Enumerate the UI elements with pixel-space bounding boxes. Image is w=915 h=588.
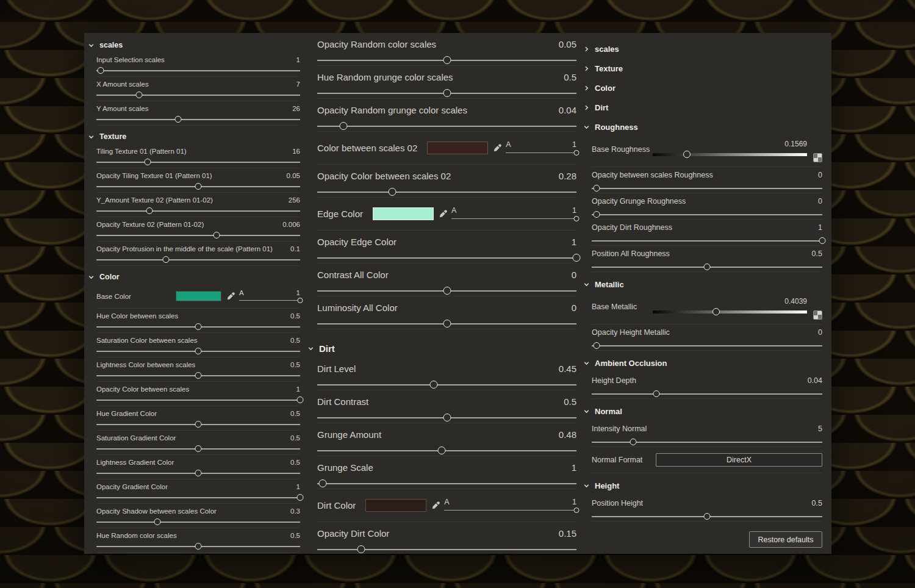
slider-handle[interactable] (683, 151, 691, 158)
section-metallic[interactable]: Metallic (583, 274, 822, 294)
slider[interactable] (96, 347, 300, 356)
section-color[interactable]: Color (583, 78, 822, 98)
slider[interactable] (592, 210, 822, 219)
slider[interactable] (96, 542, 300, 551)
alpha-slider[interactable] (506, 149, 576, 156)
slider-handle[interactable] (97, 67, 104, 74)
slider[interactable] (96, 158, 300, 167)
slider-handle[interactable] (593, 185, 600, 192)
slider[interactable] (96, 493, 300, 502)
slider[interactable] (96, 66, 300, 75)
slider-handle[interactable] (574, 150, 580, 156)
slider-handle[interactable] (573, 254, 581, 262)
gradient-slider[interactable] (653, 307, 807, 316)
slider[interactable] (317, 122, 576, 131)
slider-handle[interactable] (389, 188, 396, 196)
section-texture[interactable]: Texture (88, 129, 300, 144)
slider-handle[interactable] (195, 421, 202, 428)
eyedropper-icon[interactable] (432, 501, 440, 509)
slider[interactable] (317, 56, 576, 65)
slider-handle[interactable] (593, 342, 600, 349)
slider-handle[interactable] (438, 446, 446, 454)
slider-handle[interactable] (443, 89, 451, 97)
slider[interactable] (317, 188, 576, 196)
slider-handle[interactable] (297, 494, 304, 501)
restore-defaults-button[interactable]: Restore defaults (749, 531, 822, 548)
slider-handle[interactable] (195, 372, 202, 379)
section-texture[interactable]: Texture (583, 59, 822, 78)
slider-handle[interactable] (136, 91, 143, 98)
slider[interactable] (96, 371, 300, 380)
slider[interactable] (96, 256, 300, 264)
slider[interactable] (96, 396, 300, 404)
slider-handle[interactable] (430, 381, 438, 389)
eyedropper-icon[interactable] (439, 210, 447, 218)
slider-handle[interactable] (819, 237, 826, 244)
slider-handle[interactable] (630, 439, 637, 445)
slider-handle[interactable] (195, 445, 202, 452)
slider[interactable] (592, 438, 822, 446)
slider-handle[interactable] (704, 513, 711, 520)
slider[interactable] (592, 263, 822, 271)
slider[interactable] (317, 479, 576, 488)
slider-handle[interactable] (214, 232, 220, 238)
slider[interactable] (317, 254, 576, 262)
slider[interactable] (317, 287, 576, 295)
slider[interactable] (96, 445, 300, 453)
slider[interactable] (592, 237, 822, 245)
slider[interactable] (96, 469, 300, 478)
slider[interactable] (592, 512, 822, 521)
slider[interactable] (317, 545, 576, 554)
slider-handle[interactable] (653, 390, 659, 397)
slider-handle[interactable] (318, 479, 326, 487)
color-swatch[interactable] (427, 142, 488, 154)
slider-handle[interactable] (443, 287, 451, 295)
section-roughness[interactable]: Roughness (583, 117, 822, 137)
slider-handle[interactable] (174, 116, 181, 123)
slider[interactable] (96, 91, 300, 99)
slider[interactable] (96, 115, 300, 124)
slider-handle[interactable] (574, 216, 580, 221)
section-dirt[interactable]: Dirt (583, 98, 822, 117)
slider-handle[interactable] (162, 256, 169, 263)
slider[interactable] (317, 446, 576, 455)
slider[interactable] (96, 420, 300, 429)
slider-handle[interactable] (144, 159, 151, 165)
slider-handle[interactable] (195, 323, 202, 330)
slider-handle[interactable] (298, 298, 303, 303)
section-scales[interactable]: scales (583, 39, 822, 59)
color-swatch[interactable] (176, 291, 221, 301)
section-dirt[interactable]: Dirt (307, 339, 576, 357)
slider-handle[interactable] (357, 545, 365, 553)
slider[interactable] (592, 184, 822, 193)
texture-map-icon[interactable] (813, 310, 822, 320)
slider-handle[interactable] (574, 507, 580, 513)
slider[interactable] (96, 207, 300, 215)
eyedropper-icon[interactable] (227, 292, 235, 300)
slider-handle[interactable] (297, 396, 304, 403)
slider[interactable] (592, 390, 822, 398)
gradient-slider[interactable] (653, 150, 807, 159)
eyedropper-icon[interactable] (493, 144, 501, 152)
slider-handle[interactable] (593, 211, 600, 218)
slider-handle[interactable] (704, 264, 711, 270)
section-normal[interactable]: Normal (583, 401, 822, 421)
slider[interactable] (317, 381, 576, 389)
texture-map-icon[interactable] (813, 153, 822, 162)
alpha-slider[interactable] (239, 297, 300, 304)
slider[interactable] (96, 323, 300, 331)
slider-handle[interactable] (154, 518, 161, 525)
section-scales[interactable]: scales (88, 38, 300, 52)
slider-handle[interactable] (195, 470, 202, 476)
slider-handle[interactable] (712, 308, 720, 315)
slider[interactable] (96, 182, 300, 191)
slider[interactable] (96, 518, 300, 526)
alpha-slider[interactable] (444, 507, 576, 514)
section-color[interactable]: Color (88, 270, 300, 284)
slider-handle[interactable] (443, 414, 451, 421)
color-swatch[interactable] (373, 207, 434, 220)
section-ambient-occlusion[interactable]: Ambient Occlusion (583, 353, 822, 373)
slider-handle[interactable] (443, 56, 451, 64)
slider-handle[interactable] (195, 543, 202, 550)
slider-handle[interactable] (195, 183, 202, 190)
